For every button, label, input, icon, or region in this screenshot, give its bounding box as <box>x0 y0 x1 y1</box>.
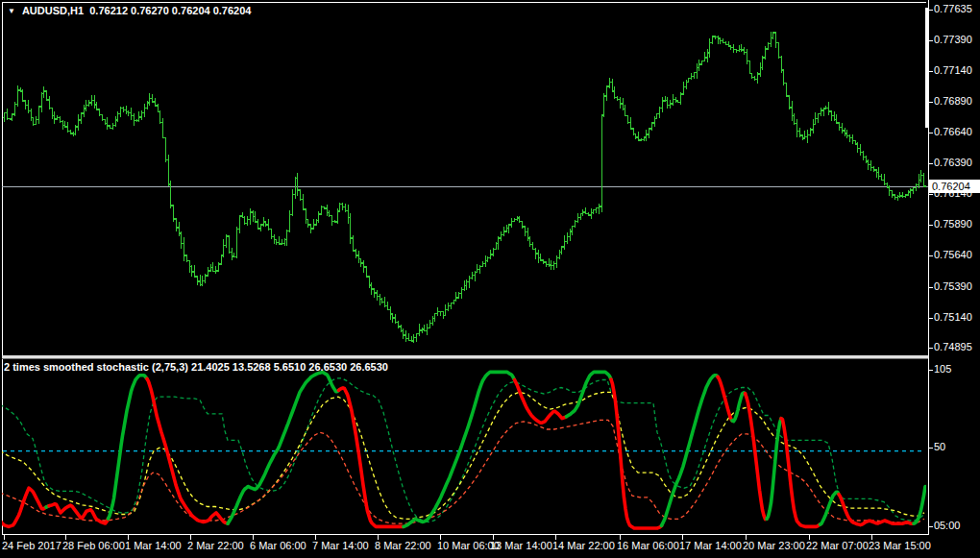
chart-canvas[interactable] <box>0 0 980 558</box>
indicator-axis-label: 50 <box>934 441 945 453</box>
time-axis-label: 22 Mar 07:00 <box>806 540 869 552</box>
price-axis-label: 0.75390 <box>934 280 972 293</box>
price-scale-scrollbar-thumb[interactable] <box>925 8 929 128</box>
stoch-main-line <box>767 419 781 520</box>
time-axis-label: 20 Mar 23:00 <box>743 540 805 552</box>
time-axis-label: 23 Mar 15:00 <box>869 540 931 552</box>
price-axis-label: 0.76390 <box>934 157 972 169</box>
stoch-main-line <box>0 488 46 526</box>
price-axis-label: 0.77140 <box>934 64 972 77</box>
time-axis-label: 7 Mar 14:00 <box>312 540 369 552</box>
ohlc-values: 0.76212 0.76270 0.76204 0.76204 <box>89 5 251 16</box>
subwindow-separator[interactable] <box>2 355 928 359</box>
symbol-dropdown-icon[interactable]: ▼ <box>8 7 15 15</box>
ohlc-bars <box>3 32 926 343</box>
price-axis-label: 0.74895 <box>934 341 972 353</box>
time-axis-label: 14 Mar 22:00 <box>552 540 615 552</box>
stoch-main-line <box>732 393 746 422</box>
price-axis-label: 0.75890 <box>934 218 972 230</box>
time-axis-label: 13 Mar 14:00 <box>490 540 552 552</box>
time-axis-label: 17 Mar 14:00 <box>679 540 742 552</box>
time-axis-label: 16 Mar 06:00 <box>617 540 679 552</box>
price-axis-label: 0.76140 <box>934 187 972 200</box>
indicator-title: 2 times smoothed stochastic (2,75,3) 21.… <box>4 361 388 373</box>
stoch-main-line <box>567 372 612 416</box>
price-axis-label: 0.75140 <box>934 311 972 324</box>
time-axis-label: 6 Mar 06:00 <box>250 540 306 552</box>
stoch-main-line <box>914 487 925 524</box>
price-axis-label: 0.76640 <box>934 126 972 138</box>
stoch-main-line <box>49 504 109 523</box>
price-axis-label: 0.75640 <box>934 249 972 261</box>
indicator-axis-label: 105 <box>934 363 951 376</box>
stoch-main-line <box>228 372 339 523</box>
stoch-dashed-yellow-line <box>0 392 924 519</box>
stochastic-plot <box>0 372 925 528</box>
time-axis-label: 28 Feb 06:00 <box>62 540 125 552</box>
chart-title: ▼AUDUSD,H1 0.76212 0.76270 0.76204 0.762… <box>8 5 251 16</box>
symbol-period-label: AUDUSD,H1 <box>22 5 84 16</box>
time-axis-label: 2 Mar 22:00 <box>187 540 244 552</box>
stoch-main-line <box>611 379 662 528</box>
stoch-main-line <box>109 376 148 519</box>
stoch-main-line <box>718 376 732 421</box>
stoch-main-line <box>515 380 567 424</box>
chart-window: ▼AUDUSD,H1 0.76212 0.76270 0.76204 0.762… <box>0 0 980 558</box>
price-axis-label: 0.77390 <box>934 34 972 46</box>
time-axis-label: 8 Mar 22:00 <box>375 540 431 552</box>
time-axis-label: 24 Feb 2017 <box>2 540 61 552</box>
window-border <box>2 0 929 535</box>
stoch-main-line <box>781 419 821 527</box>
indicator-name: 2 times smoothed stochastic (2,75,3) <box>4 361 188 373</box>
corner-time-label: 5:00 <box>940 520 960 532</box>
indicator-values: 21.4025 13.5268 5.6510 26.6530 26.6530 <box>191 361 388 373</box>
price-axis-label: 0.77635 <box>934 3 972 15</box>
time-axis-label: 1 Mar 14:00 <box>125 540 182 552</box>
stoch-main-line <box>339 388 404 527</box>
price-axis-label: 0.76890 <box>934 95 972 108</box>
